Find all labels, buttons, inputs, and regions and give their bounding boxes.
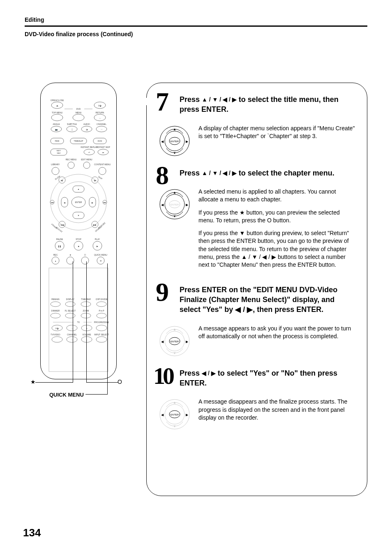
lbl-time-bar: TIME BAR [81,298,91,300]
dpad-icon: ENTER ▲ ▼ ◀ ▶ [158,325,191,358]
lbl-rec-menu: REC MENU [66,158,77,161]
dpad-right-icon: ▶ [186,140,189,143]
callout-line-qm [85,394,108,395]
dpad-enter-label: ENTER [171,140,179,143]
header-subsection: DVD-Video finalize process (Continued) [25,31,367,37]
svg-text:◀: ◀ [161,413,164,417]
title-arrows: ▲ / ▼ / ◀ / ▶ [202,96,237,104]
dpad-icon: ENTER ▲ ▼ ◀ ▶ [158,398,191,431]
step-title: Press ▲ / ▼ / ◀ / ▶ to select the title … [180,95,355,115]
lbl-tv-video: TV/VIDEO [51,333,60,336]
lbl-chp-divide: CHP DIVIDE [96,298,108,300]
lbl-instant-replay: INSTANT REPLAY [81,146,98,148]
step-title: Press ◀ / ▶ to select "Yes" or "No" then… [180,368,355,388]
lbl-p-in-p: P in P [99,309,104,312]
lbl-volume: VOLUME [82,333,91,336]
btn-remain [51,302,60,307]
callout-line-star [35,382,73,383]
lbl-enter: ENTER [75,201,82,203]
lbl-star: ★ [69,254,71,256]
lbl-stop: STOP [76,238,81,240]
dpad-enter-label: ENTER [171,413,179,416]
lbl-dimmer: DIMMER [51,309,60,312]
lbl-return: RETURN [96,111,104,114]
lbl-angle: ANGLE [53,123,60,125]
step-title: Press ENTER on the "EDIT MENU DVD-Video … [180,285,355,315]
pause-icon: ❚❚ [58,245,61,248]
btn-zoom [81,313,91,318]
callout-quick-menu: QUICK MENU [49,392,84,398]
remote-illustration: OPEN/CLOSE ⏏ I/⏻ DVD TOP MENU MENU RETUR… [29,83,127,395]
btn-progressive [96,325,107,331]
steps-column: 7 Press ▲ / ▼ / ◀ / ▶ to select the titl… [146,83,367,496]
chevron-down-icon: ﹀ [101,128,103,131]
btn-tv-video [52,337,62,342]
dpad-down-icon: ▼ [173,151,176,155]
steps-frame: 7 Press ▲ / ▼ / ◀ / ▶ to select the titl… [146,83,367,496]
lbl-easy: EASY [57,150,61,152]
lbl-fl-select: FL SELECT [65,309,76,312]
btn-top-menu [51,114,63,121]
lbl-rec: REC [53,254,58,256]
quickmenu-icon: ☰ [100,260,102,262]
step-body: A display of chapter menu selection appe… [198,125,355,157]
chevron-up-icon: ︿ [99,117,101,119]
header-section: Editing [25,16,367,23]
lbl-display: DISPLAY [66,298,75,300]
step-7: 7 Press ▲ / ▼ / ◀ / ▶ to select the titl… [158,95,355,157]
prev-icon: I◀◀ [60,224,64,226]
lbl-dvd: DVD [98,140,102,142]
btn-time-bar [81,302,91,307]
btn-o [81,257,89,264]
big-nav-wheel: SLOW SKIP ◀I I▶ I◀◀ ▶▶ FRAME ADJUST PICT… [50,174,107,233]
remote-svg: OPEN/CLOSE ⏏ I/⏻ DVD TOP MENU MENU RETUR… [41,83,116,379]
lbl-instant-skip: INSTANT SKIP [96,146,110,148]
ff-icon: ▶▶ [104,201,106,203]
lbl-quick-menu: QUICK MENU [94,254,107,256]
btn-p-in-p [97,313,106,318]
lbl-pause: PAUSE [56,238,63,240]
step-number: 8 [156,162,169,189]
btn-chp-divide [97,302,106,307]
audio-icon: ◑ [86,128,88,131]
step-para: A selected menu is applied to all chapte… [198,188,355,204]
step-9: 9 Press ENTER on the "EDIT MENU DVD-Vide… [158,285,355,358]
lbl-menu: MENU [76,111,82,114]
callout-star: ★ [30,379,36,385]
svg-text:▼: ▼ [173,351,176,355]
btn-dimmer [51,313,60,318]
next-icon: ▶▶ [93,224,97,226]
step-body: A selected menu is applied to all chapte… [198,188,355,274]
svg-text:▶: ▶ [186,340,189,344]
lbl-channel-tv: CHANNEL [67,333,77,336]
btn-edit-menu [83,162,90,169]
svg-text:◀: ◀ [161,203,164,207]
btn-content-menu [99,167,106,175]
btn-rec-menu [68,162,74,169]
dpad-left-icon: ◀ [161,140,164,143]
header-rule [25,25,367,27]
dpad-icon: ENTER ▲ ▼ ◀ ▶ [158,125,191,157]
step-para: If you press the ▼ button during preview… [198,229,355,269]
btn-star [67,257,74,264]
arrow-up-icon: ▲ [78,188,80,190]
callout-line-o [86,382,118,383]
step-8: 8 Press ▲ / ▼ / ◀ / ▶ to select the chap… [158,168,355,274]
manual-page: Editing DVD-Video finalize process (Cont… [0,0,392,554]
svg-text:◀: ◀ [161,340,164,344]
step-para: A message disappears and the finalize pr… [198,398,355,422]
step-para: A display of chapter menu selection appe… [198,125,355,141]
lbl-subtitle: SUBTITLE [67,123,77,125]
angle-icon: 📷 [55,128,58,131]
lbl-channel: CHANNEL [97,123,106,125]
lbl-tv: TV [77,321,80,323]
dpad-icon: ENTER ▲ ▼ ◀ ▶ [158,188,191,274]
lbl-navi: NAVI [57,152,60,154]
arrow-left-icon: ◀ [64,201,65,204]
stop-icon: ■ [78,245,79,247]
lbl-hdd: HDD [55,140,60,142]
remote-door [49,268,108,372]
page-number: 134 [23,526,41,539]
play-icon: ▶ [97,245,98,247]
dpad-enter-label: ENTER [171,340,179,343]
